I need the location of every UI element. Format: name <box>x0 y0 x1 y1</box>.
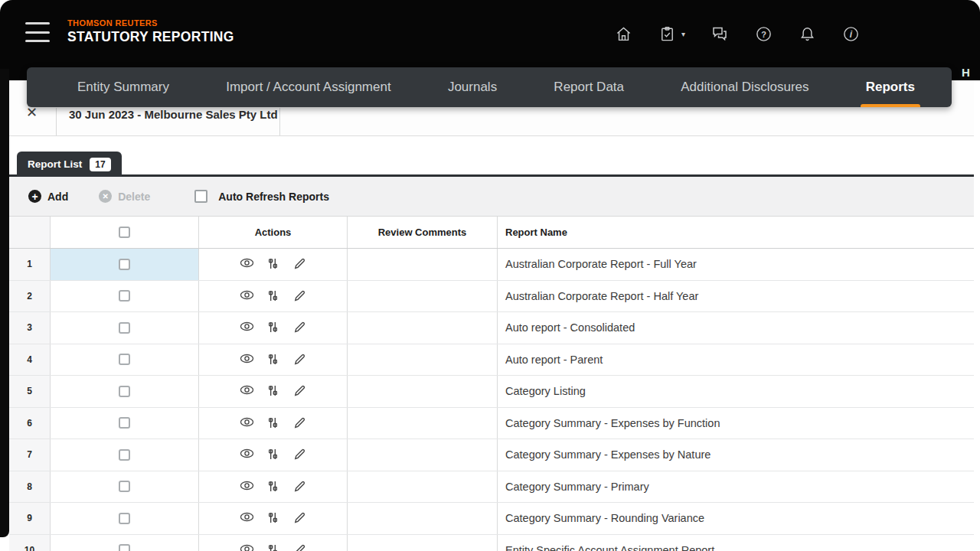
settings-sliders-icon[interactable] <box>266 353 280 367</box>
row-actions-cell <box>199 249 348 280</box>
table-row: 7 Category Summary - Expenses by Nature <box>9 439 974 471</box>
report-name-cell[interactable]: Category Summary - Rounding Variance <box>498 503 974 534</box>
edit-pencil-icon[interactable] <box>293 511 307 525</box>
tab-additional-disclosures[interactable]: Additional Disclosures <box>679 67 810 107</box>
report-count-badge: 17 <box>90 158 110 171</box>
review-comments-cell <box>348 535 498 551</box>
row-checkbox[interactable] <box>119 386 130 397</box>
view-eye-icon[interactable] <box>240 543 253 551</box>
settings-sliders-icon[interactable] <box>266 384 280 398</box>
view-eye-icon[interactable] <box>240 384 253 398</box>
edit-pencil-icon[interactable] <box>293 257 307 271</box>
edit-pencil-icon[interactable] <box>293 416 307 430</box>
report-name-text: Entity Specific Account Assignment Repor… <box>505 544 714 551</box>
review-comments-cell <box>348 471 498 503</box>
edit-pencil-icon[interactable] <box>293 353 307 367</box>
view-eye-icon[interactable] <box>240 289 253 303</box>
report-name-cell[interactable]: Category Summary - Expenses by Nature <box>498 439 974 471</box>
row-number: 8 <box>9 471 51 503</box>
row-number: 10 <box>9 535 51 551</box>
view-eye-icon[interactable] <box>240 416 253 430</box>
edit-pencil-icon[interactable] <box>293 448 307 461</box>
settings-sliders-icon[interactable] <box>266 511 280 525</box>
report-name-text: Australian Corporate Report - Full Year <box>505 258 697 270</box>
report-name-cell[interactable]: Auto report - Parent <box>498 344 974 376</box>
add-button[interactable]: + Add <box>28 190 68 203</box>
edit-pencil-icon[interactable] <box>293 289 307 303</box>
active-tab-underline <box>861 104 920 107</box>
row-checkbox[interactable] <box>119 544 130 551</box>
review-comments-header: Review Comments <box>348 217 498 248</box>
row-checkbox[interactable] <box>119 417 130 429</box>
tab-entity-summary[interactable]: Entity Summary <box>76 67 171 107</box>
edit-pencil-icon[interactable] <box>293 480 307 494</box>
report-name-text: Auto report - Consolidated <box>505 321 635 334</box>
report-name-text: Category Summary - Expenses by Function <box>505 417 720 429</box>
row-checkbox[interactable] <box>119 481 130 492</box>
row-actions-cell <box>199 535 348 551</box>
report-list-table: Actions Review Comments Report Name 1 Au… <box>9 217 974 551</box>
home-icon[interactable] <box>614 24 632 43</box>
messages-icon[interactable] <box>710 24 729 43</box>
row-checkbox-cell <box>51 312 199 344</box>
tasks-clipboard-icon[interactable] <box>658 24 676 43</box>
info-icon[interactable]: i <box>841 24 860 43</box>
report-name-cell[interactable]: Auto report - Consolidated <box>498 312 974 344</box>
view-eye-icon[interactable] <box>240 480 253 494</box>
report-name-cell[interactable]: Category Summary - Primary <box>498 471 974 503</box>
row-checkbox[interactable] <box>119 259 130 270</box>
view-eye-icon[interactable] <box>240 353 253 367</box>
row-checkbox[interactable] <box>119 354 130 365</box>
help-link-cutoff[interactable]: H <box>962 66 970 79</box>
row-checkbox[interactable] <box>119 513 130 524</box>
settings-sliders-icon[interactable] <box>266 289 280 303</box>
report-name-cell[interactable]: Entity Specific Account Assignment Repor… <box>498 535 974 551</box>
report-name-cell[interactable]: Australian Corporate Report - Half Year <box>498 281 974 312</box>
chevron-down-icon[interactable]: ▾ <box>681 30 685 38</box>
edit-pencil-icon[interactable] <box>293 543 307 551</box>
brand-thomson-reuters: THOMSON REUTERS <box>67 18 234 28</box>
main-nav: Entity Summary Import / Account Assignme… <box>27 67 952 107</box>
report-name-cell[interactable]: Australian Corporate Report - Full Year <box>498 249 974 280</box>
edit-pencil-icon[interactable] <box>293 384 307 398</box>
delete-button[interactable]: ✕ Delete <box>99 190 150 203</box>
edit-pencil-icon[interactable] <box>293 321 307 334</box>
row-actions-cell <box>199 281 348 312</box>
row-number: 6 <box>9 408 51 439</box>
settings-sliders-icon[interactable] <box>266 448 280 461</box>
report-name-cell[interactable]: Category Summary - Expenses by Function <box>498 408 974 439</box>
notifications-bell-icon[interactable] <box>798 24 816 43</box>
row-actions-cell <box>199 312 348 344</box>
row-number: 5 <box>9 376 51 407</box>
row-number: 4 <box>9 344 51 376</box>
add-plus-icon: + <box>28 190 41 203</box>
hamburger-menu-icon[interactable] <box>25 22 50 42</box>
row-checkbox-cell <box>51 344 199 376</box>
header-icon-bar: ▾ ? i <box>614 23 860 44</box>
settings-sliders-icon[interactable] <box>266 416 280 430</box>
row-checkbox[interactable] <box>119 449 130 461</box>
settings-sliders-icon[interactable] <box>266 480 280 494</box>
tab-report-data[interactable]: Report Data <box>552 67 626 107</box>
view-eye-icon[interactable] <box>240 511 253 525</box>
tab-reports[interactable]: Reports <box>864 67 916 107</box>
review-comments-cell <box>348 312 498 344</box>
tab-journals[interactable]: Journals <box>446 67 498 107</box>
settings-sliders-icon[interactable] <box>266 543 280 551</box>
view-eye-icon[interactable] <box>240 257 253 271</box>
settings-sliders-icon[interactable] <box>266 321 280 334</box>
delete-button-label: Delete <box>118 191 150 203</box>
auto-refresh-checkbox[interactable] <box>194 190 207 203</box>
select-all-checkbox[interactable] <box>119 227 130 238</box>
tab-import-account-assignment[interactable]: Import / Account Assignment <box>224 67 392 107</box>
help-icon[interactable]: ? <box>754 24 773 43</box>
row-checkbox[interactable] <box>119 322 130 334</box>
report-list-tab[interactable]: Report List 17 <box>17 152 122 177</box>
select-all-header-cell <box>51 217 199 248</box>
close-icon[interactable]: ✕ <box>26 106 38 119</box>
view-eye-icon[interactable] <box>240 448 253 461</box>
row-checkbox[interactable] <box>119 290 130 302</box>
settings-sliders-icon[interactable] <box>266 257 280 271</box>
view-eye-icon[interactable] <box>240 321 253 334</box>
report-name-cell[interactable]: Category Listing <box>498 376 974 407</box>
